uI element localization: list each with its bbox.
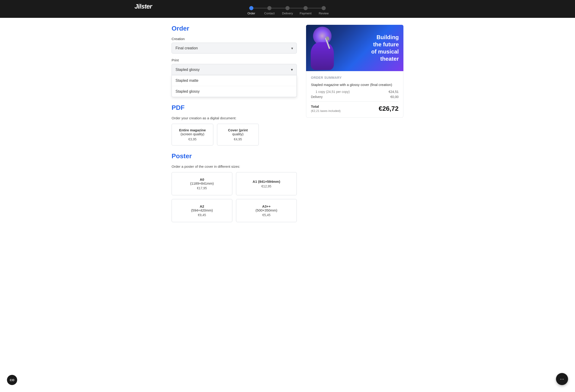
progress-bar: Order Contact Delivery Payment Review bbox=[242, 6, 333, 15]
creation-dropdown-wrapper: Final creation ▾ bbox=[171, 43, 297, 54]
cover-text-line2: the future bbox=[373, 41, 399, 47]
summary-delivery-label: Delivery bbox=[311, 95, 323, 99]
pdf-section: PDF Order your creation as a digital doc… bbox=[171, 104, 297, 146]
poster-section-title: Poster bbox=[171, 152, 297, 160]
print-chevron-icon: ▾ bbox=[291, 67, 293, 72]
order-summary: Order summary Stapled magazine with a gl… bbox=[306, 71, 404, 118]
summary-copy-label: 1 copy (24,51 per copy) bbox=[311, 90, 350, 94]
summary-total-taxes: (€2,21 taxes included) bbox=[311, 109, 341, 113]
right-column: Building the future of musical theater O… bbox=[306, 25, 404, 222]
summary-description: Stapled magazine with a glossy cover (fi… bbox=[311, 82, 399, 87]
poster-card-a3plus[interactable]: A3++(500×350mm) €5,45 bbox=[236, 199, 297, 222]
print-dropdown-button[interactable]: Stapled glossy ▾ bbox=[171, 64, 297, 75]
summary-copy-price: €24,51 bbox=[389, 90, 399, 94]
summary-delivery-price: €0,00 bbox=[390, 95, 399, 99]
cover-text-line4: theater bbox=[380, 56, 399, 62]
summary-total-amount: €26,72 bbox=[379, 105, 399, 112]
poster-card-a1[interactable]: A1 (841×594mm) €12,95 bbox=[236, 172, 297, 195]
poster-card-a2-price: €9,45 bbox=[177, 213, 227, 217]
step-label-payment: Payment bbox=[297, 12, 315, 15]
pdf-section-title: PDF bbox=[171, 104, 297, 111]
poster-card-a1-title: A1 (841×594mm) bbox=[242, 179, 291, 183]
cover-text-line3: of musical bbox=[371, 48, 399, 55]
summary-total-row: Total (€2,21 taxes included) €26,72 bbox=[311, 105, 399, 113]
poster-card-a2-title: A2(594×420mm) bbox=[177, 204, 227, 212]
summary-total-label: Total bbox=[311, 105, 319, 109]
step-line-4 bbox=[308, 8, 322, 8]
poster-card-a0-title: A0(1189×841mm) bbox=[177, 177, 227, 185]
poster-card-a0[interactable]: A0(1189×841mm) €17,95 bbox=[171, 172, 232, 195]
cover-image: Building the future of musical theater bbox=[306, 25, 404, 71]
summary-delivery-row: Delivery €0,00 bbox=[311, 95, 399, 99]
poster-description: Order a poster of the cover in different… bbox=[171, 165, 297, 168]
summary-copy-row: 1 copy (24,51 per copy) €24,51 bbox=[311, 90, 399, 94]
pdf-card-cover-title: Cover (printquality) bbox=[223, 128, 253, 136]
step-dot-review bbox=[322, 6, 326, 10]
print-option-matte[interactable]: Stapled matte bbox=[172, 75, 297, 86]
left-column: Order Creation Final creation ▾ Print St… bbox=[171, 25, 297, 222]
step-label-order: Order bbox=[242, 12, 260, 15]
print-option-glossy[interactable]: Stapled glossy bbox=[172, 86, 297, 97]
print-dropdown-menu: Stapled matte Stapled glossy bbox=[171, 75, 297, 97]
pdf-card-cover[interactable]: Cover (printquality) €4,95 bbox=[217, 124, 259, 146]
pdf-card-entire[interactable]: Entire magazine(screen quality) €3,95 bbox=[171, 124, 213, 146]
step-line-1 bbox=[253, 8, 267, 8]
step-label-contact: Contact bbox=[260, 12, 278, 15]
poster-card-a3plus-title: A3++(500×350mm) bbox=[242, 204, 291, 212]
step-dot-delivery bbox=[286, 6, 289, 10]
step-label-review: Review bbox=[315, 12, 333, 15]
poster-card-a3plus-price: €5,45 bbox=[242, 213, 291, 217]
main-content: Order Creation Final creation ▾ Print St… bbox=[135, 18, 440, 229]
print-dropdown-container: Stapled glossy ▾ Stapled matte Stapled g… bbox=[171, 64, 297, 97]
cover-text-line1: Building bbox=[377, 34, 399, 40]
pdf-description: Order your creation as a digital documen… bbox=[171, 116, 297, 120]
cover-image-text: Building the future of musical theater bbox=[371, 34, 399, 63]
pdf-card-entire-price: €3,95 bbox=[177, 137, 208, 141]
poster-section: Poster Order a poster of the cover in di… bbox=[171, 152, 297, 222]
logo: Jilster bbox=[135, 3, 152, 10]
step-dot-contact bbox=[267, 6, 271, 10]
step-label-delivery: Delivery bbox=[278, 12, 297, 15]
step-dot-order bbox=[249, 6, 253, 10]
header: Jilster Order Contact Delivery Payment R… bbox=[0, 0, 575, 18]
pdf-card-entire-title: Entire magazine(screen quality) bbox=[177, 128, 208, 136]
summary-title: Order summary bbox=[311, 76, 399, 80]
step-dot-payment bbox=[304, 6, 308, 10]
creation-label: Creation bbox=[171, 37, 297, 41]
poster-card-a0-price: €17,95 bbox=[177, 186, 227, 190]
step-line-2 bbox=[271, 8, 286, 8]
poster-cards-container: A0(1189×841mm) €17,95 A1 (841×594mm) €12… bbox=[171, 172, 297, 222]
pdf-card-cover-price: €4,95 bbox=[223, 137, 253, 141]
pdf-cards-container: Entire magazine(screen quality) €3,95 Co… bbox=[171, 124, 297, 146]
order-section-title: Order bbox=[171, 25, 297, 32]
step-line-3 bbox=[289, 8, 304, 8]
poster-card-a1-price: €12,95 bbox=[242, 184, 291, 188]
creation-dropdown[interactable]: Final creation bbox=[171, 43, 297, 54]
poster-card-a2[interactable]: A2(594×420mm) €9,45 bbox=[171, 199, 232, 222]
print-selected-value: Stapled glossy bbox=[175, 68, 200, 72]
print-label: Print bbox=[171, 58, 297, 62]
